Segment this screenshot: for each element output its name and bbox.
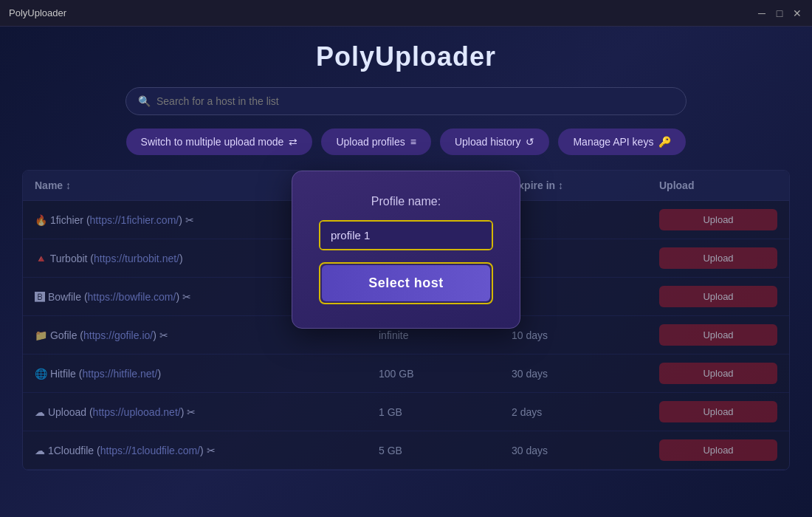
title-bar-controls: ─ □ ✕ (756, 7, 803, 19)
upload-button[interactable]: Upload (659, 401, 777, 422)
upload-button[interactable]: Upload (659, 209, 777, 230)
search-bar-wrapper: 🔍 (22, 87, 790, 115)
toolbar: Switch to multiple upload mode ⇄ Upload … (22, 129, 790, 155)
host-name: 📁 Gofile (https://gofile.io/) ✂ (35, 329, 379, 341)
profiles-icon: ≡ (410, 136, 416, 148)
host-link[interactable]: https://uplooad.net/ (93, 406, 181, 418)
host-link[interactable]: https://gofile.io/ (83, 329, 153, 341)
host-link[interactable]: https://hitfile.net/ (82, 368, 157, 380)
main-content: PolyUploader 🔍 Switch to multiple upload… (0, 27, 812, 517)
switch-mode-label: Switch to multiple upload mode (141, 136, 284, 148)
expire-cell: 30 days (512, 445, 659, 456)
manage-api-keys-button[interactable]: Manage API keys 🔑 (558, 129, 686, 155)
title-bar: PolyUploader ─ □ ✕ (0, 0, 812, 27)
size-cell: infinite (379, 329, 512, 341)
history-icon: ↺ (526, 136, 534, 148)
host-name: ☁ 1Cloudfile (https://1cloudfile.com/) ✂ (35, 445, 379, 456)
title-bar-title: PolyUploader (9, 7, 66, 18)
minimize-button[interactable]: ─ (756, 7, 768, 19)
upload-button[interactable]: Upload (659, 439, 777, 461)
maximize-button[interactable]: □ (774, 7, 785, 19)
host-link[interactable]: https://turbobit.net/ (94, 253, 179, 264)
manage-api-keys-label: Manage API keys (573, 136, 653, 148)
search-icon: 🔍 (138, 95, 151, 107)
upload-history-label: Upload history (455, 136, 521, 148)
upload-button[interactable]: Upload (659, 324, 777, 346)
host-name: 🌐 Hitfile (https://hitfile.net/) (35, 368, 379, 380)
search-input[interactable] (156, 95, 674, 107)
host-link[interactable]: https://1cloudfile.com/ (100, 445, 200, 456)
close-button[interactable]: ✕ (791, 7, 803, 19)
expire-cell: 2 days (512, 406, 659, 418)
table-row: 🌐 Hitfile (https://hitfile.net/) 100 GB … (23, 355, 789, 393)
select-host-label: Select host (368, 275, 444, 290)
modal-input-wrapper (319, 220, 493, 250)
upload-history-button[interactable]: Upload history ↺ (440, 129, 550, 155)
upload-button[interactable]: Upload (659, 247, 777, 269)
host-link[interactable]: https://1fichier.com/ (90, 214, 179, 226)
size-cell: 5 GB (379, 445, 512, 456)
col-upload: Upload (659, 179, 777, 191)
host-link[interactable]: https://bowfile.com/ (88, 291, 176, 303)
host-name: ☁ Uplooad (https://uplooad.net/) ✂ (35, 406, 379, 418)
col-expire[interactable]: Expire in ↕ (512, 179, 659, 191)
table-row: ☁ 1Cloudfile (https://1cloudfile.com/) ✂… (23, 431, 789, 470)
select-host-button[interactable]: Select host (322, 265, 490, 301)
modal-title: Profile name: (319, 195, 493, 208)
switch-icon: ⇄ (289, 136, 297, 148)
switch-mode-button[interactable]: Switch to multiple upload mode ⇄ (126, 129, 313, 155)
upload-button[interactable]: Upload (659, 286, 777, 307)
select-host-btn-wrapper: Select host (319, 262, 493, 304)
search-bar: 🔍 (125, 87, 687, 115)
table-row: ☁ Uplooad (https://uplooad.net/) ✂ 1 GB … (23, 393, 789, 431)
keys-icon: 🔑 (658, 136, 671, 148)
expire-cell: 30 days (512, 368, 659, 380)
app-title: PolyUploader (22, 41, 790, 72)
profile-name-input[interactable] (320, 222, 492, 249)
upload-button[interactable]: Upload (659, 363, 777, 384)
size-cell: 1 GB (379, 406, 512, 418)
size-cell: 100 GB (379, 368, 512, 380)
upload-profiles-button[interactable]: Upload profiles ≡ (321, 129, 431, 155)
expire-cell: 10 days (512, 329, 659, 341)
upload-profiles-label: Upload profiles (336, 136, 405, 148)
profile-modal: Profile name: Select host (292, 171, 520, 329)
